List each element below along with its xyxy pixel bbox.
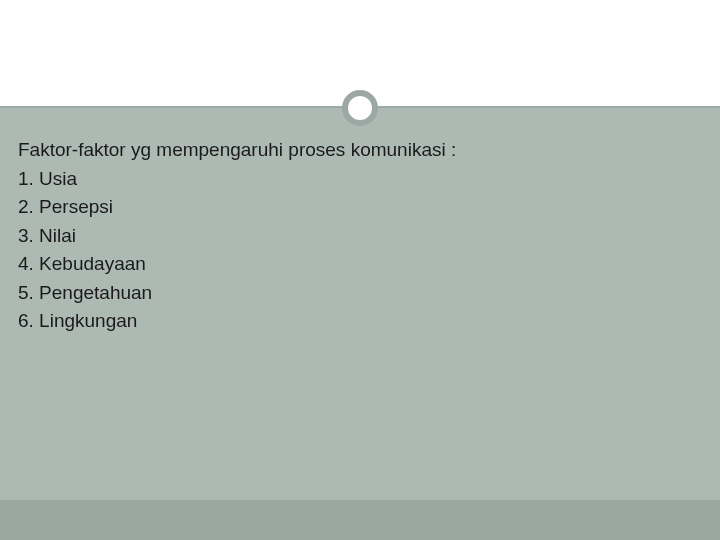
content-heading: Faktor-faktor yg mempengaruhi proses kom…	[18, 136, 702, 165]
list-item: 6. Lingkungan	[18, 307, 702, 336]
slide-footer-bar	[0, 500, 720, 540]
slide-content: Faktor-faktor yg mempengaruhi proses kom…	[0, 108, 720, 336]
list-item: 4. Kebudayaan	[18, 250, 702, 279]
slide-header	[0, 0, 720, 108]
list-item: 3. Nilai	[18, 222, 702, 251]
list-item: 1. Usia	[18, 165, 702, 194]
header-circle-ornament	[342, 90, 378, 126]
list-item: 2. Persepsi	[18, 193, 702, 222]
list-item: 5. Pengetahuan	[18, 279, 702, 308]
